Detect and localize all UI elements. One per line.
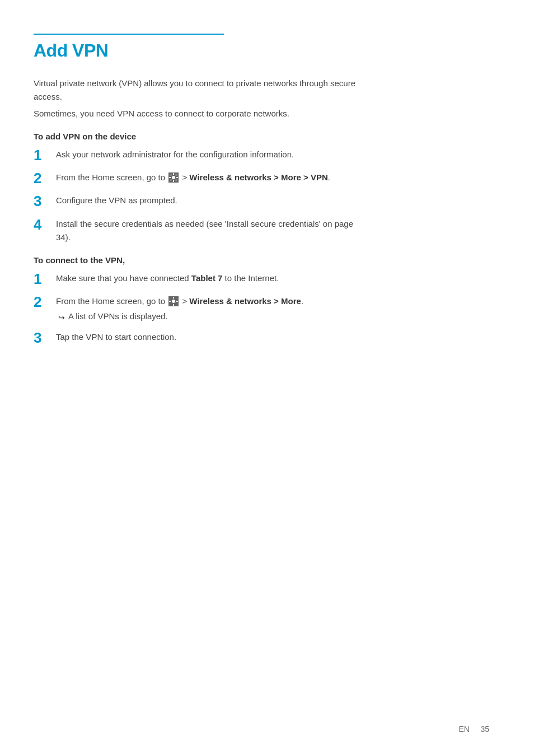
settings-icon-1	[168, 172, 179, 183]
svg-point-11	[172, 300, 175, 303]
vpn-list-bullet: ↪ A list of VPNs is displayed.	[58, 310, 303, 324]
vpn-list-text: A list of VPNs is displayed.	[68, 310, 168, 323]
connect-step-3-content: Tap the VPN to start connection.	[56, 329, 176, 344]
step-4-content: Install the secure credentials as needed…	[56, 216, 369, 244]
svg-rect-15	[176, 301, 178, 302]
connect-vpn-section: To connect to the VPN, 1 Make sure that …	[34, 255, 489, 347]
step-2-content: From the Home screen, go to	[56, 170, 330, 184]
connect-vpn-heading: To connect to the VPN,	[34, 255, 489, 265]
add-step-4: 4 Install the secure credentials as need…	[34, 216, 369, 244]
svg-rect-12	[173, 297, 174, 298]
connect-step-3: 3 Tap the VPN to start connection.	[34, 329, 369, 347]
step-number-2: 2	[34, 170, 56, 187]
connect-step-number-1: 1	[34, 270, 56, 288]
step-2-path: Wireless & networks > More > VPN	[189, 172, 327, 182]
footer-language: EN	[459, 725, 470, 734]
step-number-3: 3	[34, 193, 56, 210]
title-rule	[34, 34, 224, 35]
title-section: Add VPN	[34, 34, 489, 61]
page-footer: EN 35	[459, 725, 489, 734]
svg-rect-13	[173, 304, 174, 306]
intro-paragraph-2: Sometimes, you need VPN access to connec…	[34, 107, 358, 120]
svg-rect-5	[176, 177, 178, 178]
page-container: Add VPN Virtual private network (VPN) al…	[0, 0, 534, 756]
connect-step-2-content: From the Home screen, go to > Wireless &…	[56, 293, 303, 324]
svg-rect-3	[173, 180, 174, 182]
add-vpn-steps: 1 Ask your network administrator for the…	[34, 147, 489, 244]
add-vpn-section: To add VPN on the device 1 Ask your netw…	[34, 132, 489, 244]
svg-rect-2	[173, 173, 174, 175]
svg-rect-14	[169, 301, 171, 302]
add-step-2: 2 From the Home screen, go to	[34, 170, 369, 187]
arrow-icon: ↪	[58, 311, 65, 324]
connect-step-number-2: 2	[34, 293, 56, 311]
settings-icon-2	[168, 296, 179, 306]
add-vpn-heading: To add VPN on the device	[34, 132, 489, 141]
step-3-content: Configure the VPN as prompted.	[56, 193, 177, 207]
svg-rect-4	[169, 177, 171, 178]
step-number-1: 1	[34, 147, 56, 164]
footer-page-number: 35	[480, 725, 489, 734]
connect-step-2: 2 From the Home screen, go to > W	[34, 293, 369, 324]
connect-step-number-3: 3	[34, 329, 56, 347]
page-title: Add VPN	[34, 40, 489, 61]
step-1-content: Ask your network administrator for the c…	[56, 147, 294, 161]
intro-paragraph-1: Virtual private network (VPN) allows you…	[34, 77, 358, 104]
connect-step-2-path: Wireless & networks > More	[189, 296, 301, 306]
add-step-3: 3 Configure the VPN as prompted.	[34, 193, 369, 210]
connect-step-1: 1 Make sure that you have connected Tabl…	[34, 270, 369, 288]
svg-point-1	[172, 176, 175, 179]
tablet-bold: Tablet 7	[191, 273, 223, 283]
step-number-4: 4	[34, 216, 56, 234]
add-step-1: 1 Ask your network administrator for the…	[34, 147, 369, 164]
connect-vpn-steps: 1 Make sure that you have connected Tabl…	[34, 270, 489, 347]
connect-step-1-content: Make sure that you have connected Tablet…	[56, 270, 279, 285]
